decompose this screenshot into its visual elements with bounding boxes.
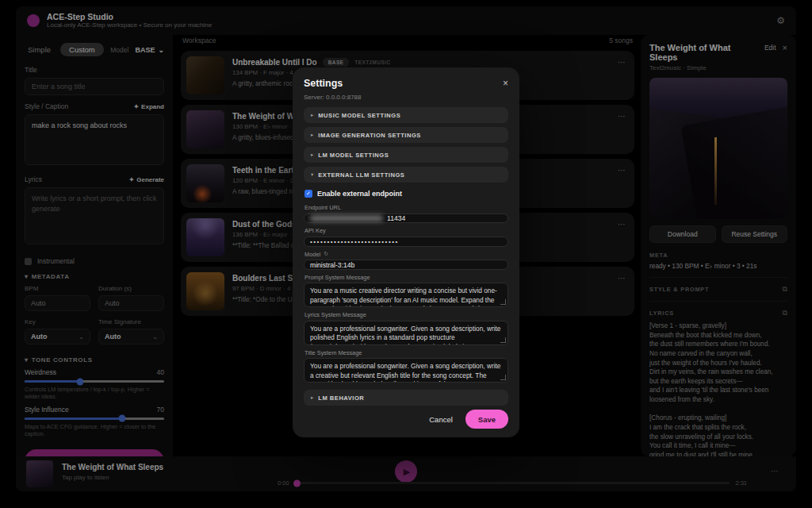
caret-right-icon: ▸ (311, 132, 313, 138)
prompt-system-message-label: Prompt System Message (304, 274, 508, 281)
endpoint-url-label: Endpoint URL (304, 204, 508, 211)
section-lm-model-settings[interactable]: ▸ LM MODEL SETTINGS (304, 147, 508, 163)
prompt-system-message-textarea[interactable]: You are a music creative director writin… (304, 283, 508, 307)
model-input[interactable]: ministral-3:14b (304, 260, 508, 270)
section-image-generation-settings[interactable]: ▸ IMAGE GENERATION SETTINGS (304, 127, 508, 143)
settings-modal-title: Settings (304, 78, 343, 89)
server-address: Server: 0.0.0.0:8788 (304, 94, 508, 101)
api-key-input[interactable]: •••••••••••••••••••••••••• (304, 237, 508, 247)
section-music-model-settings[interactable]: ▸ MUSIC MODEL SETTINGS (304, 107, 508, 123)
title-system-message-label: Title System Message (304, 349, 508, 356)
section-label: EXTERNAL LLM SETTINGS (318, 171, 404, 179)
refresh-icon[interactable]: ↻ (324, 251, 328, 257)
section-label: MUSIC MODEL SETTINGS (318, 112, 400, 119)
lyrics-system-message-label: Lyrics System Message (304, 311, 508, 318)
section-label: LM BEHAVIOR (318, 394, 364, 402)
api-key-label: API Key (304, 227, 508, 234)
section-external-llm-settings[interactable]: ▾ EXTERNAL LLM SETTINGS (304, 167, 508, 183)
caret-right-icon: ▸ (311, 112, 313, 118)
endpoint-url-input[interactable]: 11434 (304, 214, 508, 224)
enable-external-endpoint-label: Enable external endpoint (317, 190, 402, 198)
check-icon: ✓ (306, 190, 311, 197)
endpoint-visible-segment: 11434 (387, 214, 405, 222)
close-icon[interactable]: × (503, 78, 508, 89)
cancel-button[interactable]: Cancel (429, 415, 453, 424)
settings-modal: Settings × Server: 0.0.0.0:8788 ▸ MUSIC … (293, 67, 519, 437)
section-lm-behavior[interactable]: ▸ LM BEHAVIOR (304, 390, 508, 406)
endpoint-redacted-segment (310, 215, 383, 221)
enable-external-endpoint-checkbox[interactable]: ✓ (304, 190, 312, 198)
model-label-text: Model (304, 251, 320, 258)
caret-right-icon: ▸ (311, 152, 313, 158)
caret-right-icon: ▸ (311, 394, 313, 401)
save-button[interactable]: Save (465, 410, 508, 429)
model-label: Model ↻ (304, 251, 508, 258)
title-system-message-textarea[interactable]: You are a professional songwriter. Given… (304, 358, 508, 383)
section-label: LM MODEL SETTINGS (318, 152, 389, 159)
caret-down-icon: ▾ (311, 171, 313, 178)
lyrics-system-message-textarea[interactable]: You are a professional songwriter. Given… (304, 321, 508, 345)
section-label: IMAGE GENERATION SETTINGS (318, 132, 421, 139)
